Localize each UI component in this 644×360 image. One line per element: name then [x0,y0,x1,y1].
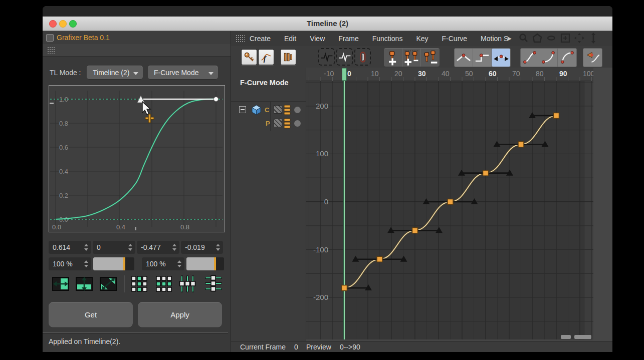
plugin-checkbox[interactable] [46,34,54,42]
home-icon[interactable] [532,33,544,45]
show-clip-button[interactable] [354,48,371,66]
menu-f-curve[interactable]: F-Curve [442,31,468,46]
ellipse-icon[interactable] [546,33,558,45]
slider-thumb[interactable] [123,257,125,270]
h-scrollbar-segment[interactable] [574,335,591,339]
apply-button[interactable]: Apply [138,302,222,328]
stepper-icon[interactable] [84,243,89,251]
keyframe-stack-icon[interactable] [284,105,291,115]
strength-slider-2[interactable] [186,257,224,270]
tangent-flat-button[interactable] [492,49,510,67]
strength-field-1[interactable]: 100 % [49,257,91,270]
keyframe[interactable] [448,199,453,205]
track-list: F-Curve Mode C [231,68,306,341]
preset-ease-in-button[interactable] [539,49,558,67]
stepper-icon[interactable] [128,243,133,251]
fcurve-graph[interactable]: 2001000-100-200 [306,81,593,339]
show-curves-light-button[interactable] [336,48,353,66]
keyframe[interactable] [342,285,347,291]
distribute-rows-button[interactable] [204,274,223,293]
menu-create[interactable]: Create [250,31,271,46]
show-curves-dark-button[interactable] [318,48,335,66]
keyframe[interactable] [518,142,524,147]
stepper-icon[interactable] [177,260,182,268]
keyframe[interactable] [483,170,489,176]
motion-mode-button[interactable] [280,49,296,65]
add-keys-button[interactable] [402,49,421,67]
strength-field-2[interactable]: 100 % [142,257,184,270]
object-name[interactable]: C [265,106,269,114]
slider-thumb[interactable] [214,257,216,270]
stepper-icon[interactable] [216,243,221,251]
menu-overflow-icon[interactable]: ▶ [508,31,512,46]
stretch-horizontal-button[interactable] [51,274,70,293]
add-point-cursor-icon [145,114,154,123]
keyframe[interactable] [412,228,418,233]
align-row-center-button[interactable] [154,274,173,293]
move-icon[interactable] [574,33,586,45]
track-row-parameter[interactable]: P [231,117,306,130]
tangent-field-3[interactable]: -0.477 [137,241,179,254]
track-row-object[interactable]: C [231,103,306,117]
distribute-columns-button[interactable] [178,274,197,293]
separator [43,332,228,333]
preset-partial-button[interactable] [583,49,602,67]
menu-functions[interactable]: Functions [372,31,403,46]
parameter-name[interactable]: P [266,120,270,127]
menu-motion-s[interactable]: Motion S [481,31,508,46]
get-button[interactable]: Get [49,302,133,328]
tangent-field-4[interactable]: -0.019 [181,241,223,254]
keyframe[interactable] [377,256,382,262]
tangent-linear-button[interactable] [455,49,473,67]
palette-grip-icon[interactable] [47,47,55,54]
align-column-center-button[interactable] [129,274,148,293]
key-mode-button[interactable] [241,49,257,65]
lock-hatch-icon[interactable] [274,119,282,127]
curve-endpoint[interactable] [214,97,219,102]
preset-ease-out-button[interactable] [558,49,576,67]
playhead-handle[interactable] [342,68,347,81]
stepper-icon[interactable] [84,260,89,268]
collapse-icon[interactable] [239,106,246,113]
delete-keys-button[interactable] [421,49,440,67]
h-scrollbar-segment[interactable] [561,335,571,339]
ruler-frame-label: 40 [442,70,450,78]
zoom-icon[interactable] [518,33,530,45]
scale-vertical-icon[interactable] [588,33,600,45]
tangent-field-1[interactable]: 0.614 [49,241,91,254]
stretch-diagonal-button[interactable] [99,274,118,293]
menu-key[interactable]: Key [416,31,428,46]
stepper-icon[interactable] [172,243,177,251]
window-titlebar[interactable]: Timeline (2) [43,17,612,31]
frame-plus-icon[interactable] [560,33,572,45]
tangent-field-2[interactable]: 0 [93,241,135,254]
fcurve-mode-label: F-Curve Mode [240,79,289,87]
stretch-vertical-button[interactable] [75,274,94,293]
frame-ruler[interactable]: -100102030405060708090100 [306,68,593,81]
menu-edit[interactable]: Edit [284,31,296,46]
keyframe-stack-icon[interactable] [284,118,291,129]
tangent-step-button[interactable] [473,49,492,67]
keyframe[interactable] [554,113,559,118]
menu-frame[interactable]: Frame [338,31,358,46]
solo-dot-icon[interactable] [294,107,301,113]
add-key-button[interactable] [384,49,402,67]
palette-grip-icon[interactable] [236,35,245,43]
fcurve-mode-button[interactable]: f [258,49,274,65]
window-title: Timeline (2) [43,17,612,31]
frame-ruler-canvas[interactable]: -100102030405060708090100 [306,68,593,81]
timeline-select[interactable]: Timeline (2) [87,66,143,80]
chevron-down-icon [133,72,138,75]
solo-dot-icon[interactable] [294,120,301,127]
strength-slider-1[interactable] [93,257,134,270]
column-divider [270,101,271,131]
tangent-field-value: 0 [97,243,101,251]
preview-range: 0-->90 [340,341,360,352]
curve-editor[interactable]: 1.00.80.60.40.20.00.00.40.8 [49,85,225,232]
lock-hatch-icon[interactable] [274,105,282,114]
menu-view[interactable]: View [310,31,325,46]
preset-s-curve-button[interactable] [521,49,539,67]
curve-editor-canvas[interactable]: 1.00.80.60.40.20.00.00.40.8 [49,86,224,231]
fcurve-graph-canvas[interactable]: 2001000-100-200 [306,81,593,339]
curve-mode-select[interactable]: F-Curve Mode [148,66,218,80]
